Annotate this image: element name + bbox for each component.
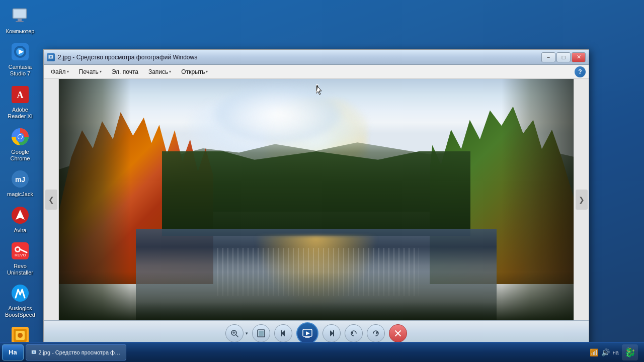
slideshow-button[interactable]	[296, 322, 318, 344]
magicjack-icon: mJ	[10, 169, 30, 189]
svg-line-31	[236, 335, 238, 337]
taskbar-window-title: 2.jpg - Средство просмотра фотографий...	[38, 349, 120, 355]
menu-print[interactable]: Печать ▾	[75, 67, 106, 77]
camtasia-label: Camtasia Studio 7	[4, 64, 36, 77]
auslogics-label: Auslogics BoostSpeed	[4, 305, 36, 318]
title-bar: 2.jpg - Средство просмотра фотографий Wi…	[44, 50, 589, 65]
taskbar-photo-viewer[interactable]: 2.jpg - Средство просмотра фотографий...	[26, 344, 126, 360]
maximize-button[interactable]: □	[556, 52, 571, 62]
tray-network-icon: 📶	[590, 348, 598, 356]
left-nav-panel: ❮	[44, 79, 59, 320]
photo-cloud-2	[213, 84, 342, 144]
menu-file[interactable]: Файл ▾	[47, 67, 73, 77]
menu-record-arrow: ▾	[169, 69, 171, 74]
icon-revo[interactable]: REVO Revo Uninstaller	[2, 239, 38, 278]
svg-rect-2	[18, 19, 22, 21]
actual-size-icon	[257, 329, 266, 338]
actual-size-button[interactable]	[252, 324, 270, 342]
svg-point-50	[33, 351, 34, 352]
camtasia-icon	[10, 42, 30, 62]
menu-file-label: Файл	[51, 68, 66, 75]
tray-dragon-icon: 🐉	[622, 344, 638, 360]
tray-volume-icon: 🔊	[601, 348, 610, 356]
photo-center-valley	[162, 151, 471, 236]
svg-text:A: A	[17, 90, 24, 100]
next-nav-arrow[interactable]: ❯	[576, 190, 588, 210]
chrome-icon	[10, 127, 30, 147]
svg-point-26	[18, 333, 23, 338]
avira-label: Avira	[14, 227, 27, 234]
svg-marker-36	[281, 330, 285, 336]
zoom-icon	[230, 329, 239, 338]
svg-rect-3	[16, 21, 24, 22]
menu-print-arrow: ▾	[100, 69, 102, 74]
auslogics-icon	[10, 283, 30, 303]
magicjack-label: magicJack	[7, 191, 33, 198]
chrome-label: Google Chrome	[4, 149, 36, 162]
computer-icon	[10, 6, 30, 26]
next-photo-button[interactable]	[323, 324, 341, 342]
prev-photo-button[interactable]	[274, 324, 292, 342]
svg-rect-35	[259, 331, 264, 336]
svg-point-19	[16, 248, 19, 251]
svg-text:REVO: REVO	[15, 253, 26, 257]
revo-label: Revo Uninstaller	[4, 263, 36, 276]
tray-text: на	[613, 349, 619, 355]
photo-canvas	[59, 79, 574, 320]
icon-camtasia[interactable]: Camtasia Studio 7	[2, 40, 38, 79]
icon-magicjack[interactable]: mJ magicJack	[2, 167, 38, 200]
start-button[interactable]: На	[2, 344, 24, 360]
delete-button[interactable]	[389, 324, 407, 342]
rotate-ccw-icon	[349, 329, 358, 338]
title-bar-icon	[47, 53, 55, 61]
taskbar-tray: 📶 🔊 на 🐉	[590, 344, 642, 360]
menu-open-label: Открыть	[181, 68, 205, 75]
icon-adobe[interactable]: A Adobe Reader XI	[2, 82, 38, 122]
adobe-icon: A	[10, 84, 30, 105]
delete-icon	[394, 329, 402, 337]
image-area	[59, 79, 574, 320]
zoom-button[interactable]	[225, 324, 244, 342]
rotate-cw-button[interactable]	[367, 324, 385, 342]
menu-open[interactable]: Открыть ▾	[177, 67, 212, 77]
close-button[interactable]: ✕	[572, 52, 586, 62]
menu-open-arrow: ▾	[206, 69, 208, 74]
slideshow-icon	[302, 328, 313, 339]
menu-print-label: Печать	[79, 68, 99, 75]
svg-marker-39	[306, 331, 310, 335]
minimize-button[interactable]: −	[541, 52, 555, 62]
avira-icon	[10, 205, 30, 225]
rotate-ccw-button[interactable]	[345, 324, 363, 342]
main-area: ❮	[44, 79, 589, 320]
menu-record[interactable]: Запись ▾	[144, 67, 175, 77]
revo-icon: REVO	[10, 241, 30, 261]
icon-auslogics[interactable]: Auslogics BoostSpeed	[2, 281, 38, 320]
menu-record-label: Запись	[148, 68, 168, 75]
taskbar-photo-icon	[31, 349, 37, 356]
menu-email-label: Эл. почта	[112, 68, 138, 75]
svg-text:mJ: mJ	[15, 175, 25, 184]
desktop: Компьютер Camtasia Studio 7 A Adobe R	[0, 0, 644, 362]
right-nav-panel: ❯	[574, 79, 589, 320]
rotate-cw-icon	[371, 329, 380, 338]
help-button[interactable]: ?	[575, 66, 586, 77]
icon-computer[interactable]: Компьютер	[2, 4, 38, 37]
photo-viewer-window: 2.jpg - Средство просмотра фотографий Wi…	[43, 49, 589, 346]
svg-rect-1	[14, 10, 26, 18]
prev-nav-arrow[interactable]: ❮	[45, 190, 57, 210]
icon-avira[interactable]: Avira	[2, 203, 38, 236]
title-bar-text: 2.jpg - Средство просмотра фотографий Wi…	[58, 54, 541, 61]
svg-marker-41	[330, 330, 334, 336]
icon-chrome[interactable]: Google Chrome	[2, 125, 38, 164]
start-label: На	[9, 348, 17, 356]
svg-point-13	[18, 135, 22, 139]
photo-foreground	[59, 272, 574, 320]
adobe-label: Adobe Reader XI	[4, 107, 36, 120]
taskbar: На 2.jpg - Средство просмотра фотографий…	[0, 342, 644, 362]
svg-rect-42	[333, 330, 334, 336]
menu-email[interactable]: Эл. почта	[108, 67, 142, 77]
svg-rect-37	[281, 330, 282, 336]
prev-icon	[279, 329, 288, 338]
desktop-icon-area: Компьютер Camtasia Studio 7 A Adobe R	[0, 0, 40, 362]
svg-point-29	[50, 56, 52, 58]
